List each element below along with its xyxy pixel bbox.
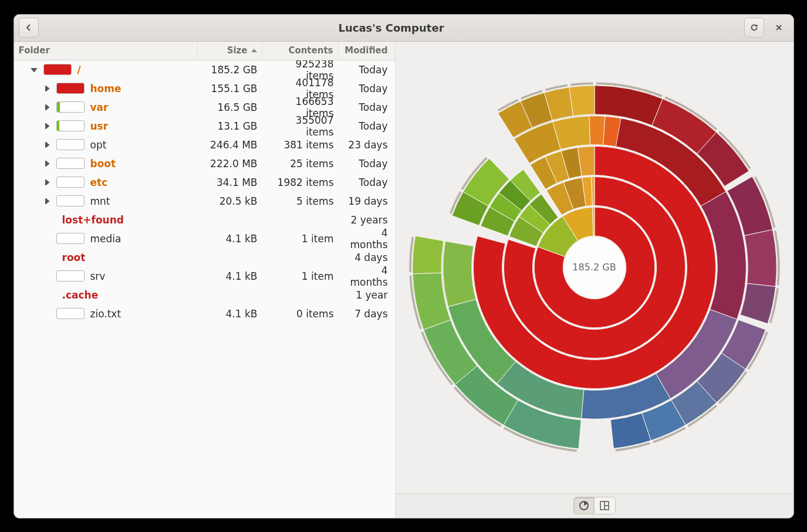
tree-row[interactable]: lost+found2 years: [14, 211, 395, 229]
rings-icon: [579, 500, 589, 511]
expander-icon[interactable]: [43, 104, 50, 111]
refresh-button[interactable]: [744, 18, 764, 38]
cell-size: 4.1 kB: [198, 308, 262, 320]
tree-row[interactable]: etc34.1 MB1982 itemsToday: [14, 173, 395, 192]
expander-icon: [43, 235, 50, 242]
expander-icon: [43, 292, 50, 299]
cell-size: 34.1 MB: [198, 177, 262, 188]
tree-row[interactable]: zio.txt4.1 kB0 items7 days: [14, 304, 395, 323]
close-icon: [774, 23, 784, 32]
chevron-left-icon: [24, 23, 33, 32]
app-window: Lucas's Computer Folder Size Contents Mo…: [13, 14, 794, 519]
size-bar: [56, 177, 85, 188]
cell-modified: Today: [339, 101, 395, 113]
tree-row[interactable]: mnt20.5 kB5 items19 days: [14, 192, 395, 211]
folder-name: etc: [90, 177, 108, 188]
folder-name: var: [90, 101, 109, 113]
size-bar: [56, 233, 85, 244]
cell-modified: 19 days: [339, 195, 395, 207]
tree-row[interactable]: srv4.1 kB1 item4 months: [14, 267, 395, 286]
expander-icon[interactable]: [43, 123, 50, 130]
cell-modified: Today: [339, 120, 395, 132]
expander-icon[interactable]: [43, 141, 50, 148]
cell-contents: 355007 items: [262, 114, 339, 138]
rings-chart[interactable]: 185.2 GB: [396, 42, 794, 493]
folder-name: mnt: [90, 195, 110, 207]
tree-row[interactable]: opt246.4 MB381 items23 days: [14, 135, 395, 154]
column-contents[interactable]: Contents: [262, 42, 339, 60]
tree-row[interactable]: boot222.0 MB25 itemsToday: [14, 154, 395, 173]
cell-modified: Today: [339, 64, 395, 76]
cell-size: 4.1 kB: [198, 233, 262, 245]
ring-segment[interactable]: [443, 241, 475, 307]
tree-row[interactable]: media4.1 kB1 item4 months: [14, 229, 395, 248]
view-rings-button[interactable]: [573, 497, 595, 514]
size-bar: [43, 64, 72, 75]
size-bar: [56, 101, 85, 113]
cell-modified: Today: [339, 177, 395, 188]
cell-size: 222.0 MB: [198, 158, 262, 170]
expander-icon: [43, 310, 50, 317]
cell-size: 13.1 GB: [198, 120, 262, 132]
tree-row[interactable]: .cache1 year: [14, 286, 395, 304]
expander-icon[interactable]: [43, 198, 50, 205]
column-headers: Folder Size Contents Modified: [14, 42, 395, 60]
cell-contents: 1 item: [262, 233, 339, 245]
cell-contents: 381 items: [262, 139, 339, 151]
expander-icon[interactable]: [43, 85, 50, 92]
cell-modified: 23 days: [339, 139, 395, 151]
ring-segment[interactable]: [740, 283, 775, 324]
treemap-icon: [599, 500, 610, 511]
refresh-icon: [749, 23, 759, 32]
folder-tree: Folder Size Contents Modified /185.2 GB9…: [14, 42, 396, 518]
expander-icon[interactable]: [43, 160, 50, 167]
view-treemap-button[interactable]: [595, 497, 616, 514]
back-button[interactable]: [19, 18, 39, 38]
cell-size: 20.5 kB: [198, 195, 262, 207]
cell-modified: 1 year: [339, 289, 395, 301]
folder-name: media: [90, 233, 121, 245]
cell-modified: Today: [339, 158, 395, 170]
folder-name: srv: [90, 270, 106, 282]
cell-size: 16.5 GB: [198, 101, 262, 113]
chart-panel: 185.2 GB: [396, 42, 794, 518]
expander-icon[interactable]: [31, 66, 38, 73]
tree-row[interactable]: root4 days: [14, 248, 395, 267]
ring-segment[interactable]: [569, 85, 594, 116]
ring-segment[interactable]: [589, 116, 605, 145]
folder-name: lost+found: [62, 214, 124, 226]
view-switcher: [396, 493, 794, 518]
column-folder[interactable]: Folder: [14, 42, 198, 60]
window-title: Lucas's Computer: [43, 22, 740, 34]
size-bar: [56, 139, 85, 150]
folder-name: boot: [90, 158, 116, 170]
tree-row[interactable]: usr13.1 GB355007 itemsToday: [14, 117, 395, 135]
expander-icon: [43, 254, 50, 261]
ring-segment[interactable]: [412, 236, 443, 274]
folder-name: /: [77, 64, 81, 76]
size-bar: [56, 83, 85, 94]
ring-segment[interactable]: [744, 229, 776, 286]
column-modified[interactable]: Modified: [339, 42, 395, 60]
cell-size: 155.1 GB: [198, 83, 262, 94]
column-size[interactable]: Size: [198, 42, 262, 60]
size-bar: [56, 195, 85, 206]
sort-indicator-icon: [251, 49, 257, 52]
close-button[interactable]: [769, 18, 789, 38]
cell-modified: 7 days: [339, 308, 395, 320]
expander-icon[interactable]: [43, 179, 50, 186]
cell-modified: 4 months: [339, 265, 395, 288]
cell-size: 185.2 GB: [198, 64, 262, 76]
size-bar: [56, 308, 85, 319]
cell-contents: 1 item: [262, 270, 339, 282]
size-bar: [56, 120, 85, 131]
size-bar: [56, 270, 85, 282]
folder-name: root: [62, 252, 86, 263]
cell-modified: 4 days: [339, 252, 395, 263]
cell-modified: Today: [339, 83, 395, 94]
tree-rows[interactable]: /185.2 GB925238 itemsTodayhome155.1 GB40…: [14, 60, 395, 518]
folder-name: opt: [90, 139, 107, 151]
size-bar: [56, 158, 85, 169]
cell-contents: 0 items: [262, 308, 339, 320]
cell-size: 246.4 MB: [198, 139, 262, 151]
